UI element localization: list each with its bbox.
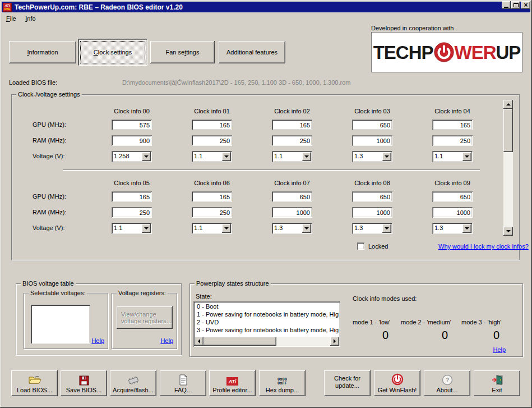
combo-dropdown-button[interactable]	[302, 152, 311, 161]
combo-dropdown-button[interactable]	[142, 224, 151, 233]
hex-dump-button[interactable]: 0x000xFF Hex dump...	[259, 370, 306, 396]
gpu-mhz-input-04[interactable]	[432, 120, 473, 130]
voltage-value: 1.3	[274, 224, 283, 231]
voltage-value: 1.1	[114, 224, 122, 231]
ram-mhz-input-06[interactable]	[192, 207, 232, 218]
tab-additional-features[interactable]: Additional features	[219, 41, 285, 63]
selectable-voltages-listbox[interactable]	[31, 305, 90, 344]
save-bios-label: Save BIOS...	[66, 387, 102, 394]
voltage-value: 1.1	[194, 153, 202, 159]
gpu-mhz-input-02[interactable]	[272, 120, 312, 130]
mode2-count: 0	[401, 329, 450, 342]
scrollbar-right-button[interactable]	[330, 337, 339, 346]
tab-clock-settings[interactable]: Clock settings	[78, 39, 147, 66]
save-bios-button[interactable]: Save BIOS...	[61, 370, 107, 396]
state-listbox[interactable]: 0 - Boot 1 - Power saving for notebooks …	[193, 301, 340, 347]
gpu-row-label: GPU (MHz):	[33, 121, 66, 128]
voltage-combo-00[interactable]: 1.258	[112, 151, 152, 162]
gpu-mhz-input-01[interactable]	[192, 120, 232, 130]
gpu-mhz-input-08[interactable]	[352, 191, 392, 202]
load-bios-label: Load BIOS...	[17, 387, 52, 394]
clock-voltage-group-title: Clock-/voltage settings	[16, 91, 82, 98]
voltage-combo-05[interactable]: 1.1	[112, 223, 152, 234]
section-divider	[63, 169, 480, 171]
view-change-voltage-registers-label: View/change voltage registers...	[121, 311, 173, 324]
state-list-item[interactable]: 3 - Power saving for notebooks in batter…	[195, 326, 339, 334]
ram-mhz-input-01[interactable]	[192, 135, 232, 146]
ram-mhz-input-03[interactable]	[352, 135, 392, 146]
combo-dropdown-button[interactable]	[222, 224, 231, 233]
gpu-mhz-input-07[interactable]	[272, 191, 312, 202]
profile-editor-button[interactable]: ATi Profile editor...	[209, 370, 256, 396]
menu-info[interactable]: Info	[22, 14, 39, 23]
gpu-mhz-input-03[interactable]	[352, 120, 392, 130]
acquire-flash-button[interactable]: Acquire/flash...	[110, 370, 156, 396]
voltage-combo-03[interactable]: 1.3	[352, 151, 392, 162]
voltage-combo-08[interactable]: 1.3	[352, 223, 392, 234]
gpu-mhz-input-00[interactable]	[112, 120, 152, 130]
combo-dropdown-button[interactable]	[462, 152, 471, 161]
combo-dropdown-button[interactable]	[382, 224, 391, 233]
combo-dropdown-button[interactable]	[382, 152, 391, 161]
tab-fan-settings[interactable]: Fan settings	[150, 41, 215, 63]
menu-file[interactable]: File	[3, 14, 20, 23]
scrollbar-down-button[interactable]	[503, 227, 513, 236]
exit-button[interactable]: Exit	[474, 370, 520, 396]
combo-dropdown-button[interactable]	[222, 152, 231, 161]
about-label: About...	[437, 387, 458, 394]
ram-mhz-input-07[interactable]	[272, 207, 312, 218]
ram-mhz-input-09[interactable]	[432, 207, 473, 218]
voltage-combo-01[interactable]: 1.1	[192, 151, 232, 162]
state-list-item[interactable]: 2 - UVD	[195, 318, 339, 326]
ram-mhz-input-08[interactable]	[352, 207, 392, 218]
load-bios-button[interactable]: Load BIOS...	[11, 370, 58, 396]
voltage-combo-06[interactable]: 1.1	[192, 223, 232, 234]
gpu-mhz-input-09[interactable]	[432, 191, 473, 202]
gpu-mhz-input-05[interactable]	[112, 191, 152, 202]
lock-info-link[interactable]: Why would I lock my clock infos?	[438, 243, 529, 250]
scrollbar-left-button[interactable]	[195, 337, 203, 346]
clock-info-01-header: Clock info 01	[172, 108, 252, 114]
maximize-button[interactable]	[511, 1, 520, 9]
scrollbar-thumb[interactable]	[203, 337, 276, 346]
maximize-icon	[514, 3, 519, 7]
faq-button[interactable]: FAQ...	[160, 370, 206, 396]
powerplay-states-title: Powerplay states structure	[195, 280, 271, 287]
voltage-combo-04[interactable]: 1.1	[432, 151, 473, 162]
combo-dropdown-button[interactable]	[302, 224, 311, 233]
powerplay-help-link[interactable]: Help	[493, 346, 506, 353]
ram-mhz-input-04[interactable]	[432, 135, 473, 146]
selectable-voltages-help-link[interactable]: Help	[91, 337, 104, 344]
close-button[interactable]: ×	[521, 1, 530, 9]
check-for-update-button[interactable]: Check for update...	[324, 370, 371, 396]
minimize-button[interactable]	[502, 1, 511, 9]
voltage-registers-help-link[interactable]: Help	[160, 337, 173, 344]
profile-editor-label: Profile editor...	[212, 387, 252, 394]
ram-mhz-input-05[interactable]	[112, 207, 152, 218]
state-horizontal-scrollbar[interactable]	[195, 337, 339, 346]
state-list-item[interactable]: 1 - Power saving for notebooks in batter…	[195, 310, 339, 318]
title-bar[interactable]: ATI RBE TechPowerUp.com: RBE – Radeon BI…	[2, 2, 530, 12]
ram-mhz-input-02[interactable]	[272, 135, 312, 146]
app-window: ATI RBE TechPowerUp.com: RBE – Radeon BI…	[0, 0, 532, 408]
gpu-mhz-input-06[interactable]	[192, 191, 232, 202]
about-button[interactable]: ? About...	[424, 370, 470, 396]
view-change-voltage-registers-button[interactable]: View/change voltage registers...	[117, 306, 173, 329]
voltage-combo-02[interactable]: 1.1	[272, 151, 312, 162]
ram-mhz-input-00[interactable]	[112, 135, 152, 146]
tab-information[interactable]: Information	[9, 41, 76, 63]
combo-dropdown-button[interactable]	[142, 152, 151, 161]
get-winflash-button[interactable]: Get WinFlash!	[374, 370, 420, 396]
voltage-combo-09[interactable]: 1.3	[432, 223, 473, 234]
arrow-up-icon	[506, 103, 511, 106]
locked-checkbox[interactable]	[357, 242, 364, 250]
clock-vertical-scrollbar[interactable]	[503, 100, 513, 236]
voltage-value: 1.1	[274, 153, 283, 159]
mode2-label: mode 2 - 'medium'	[401, 319, 450, 326]
scrollbar-up-button[interactable]	[503, 100, 513, 109]
combo-dropdown-button[interactable]	[462, 224, 471, 233]
acquire-flash-label: Acquire/flash...	[113, 387, 154, 394]
voltage-combo-07[interactable]: 1.3	[272, 223, 312, 234]
scrollbar-thumb[interactable]	[503, 109, 513, 152]
state-list-item[interactable]: 0 - Boot	[195, 302, 339, 310]
